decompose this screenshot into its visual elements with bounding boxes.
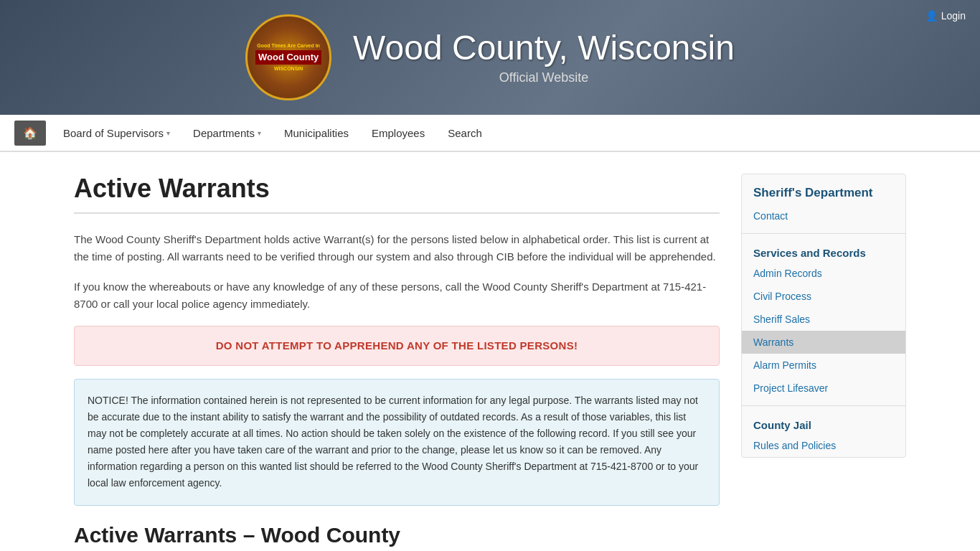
sidebar-divider: [742, 233, 905, 234]
logo-state-text: WISCONSIN: [255, 66, 321, 72]
nav-employees[interactable]: Employees: [360, 115, 436, 151]
main-nav: 🏠 Board of Supervisors ▾ Departments ▾ M…: [0, 115, 980, 152]
section-heading: Active Warrants – Wood County: [74, 523, 720, 547]
nav-label: Municipalities: [284, 127, 349, 139]
logo-top-text: Good Times Are Carved In: [255, 43, 321, 49]
sidebar-dept-title: Sheriff's Department: [742, 174, 905, 204]
main-container: Active Warrants The Wood County Sheriff'…: [60, 152, 920, 551]
header-content: Good Times Are Carved In Wood County WIS…: [245, 14, 735, 100]
paragraph-1: The Wood County Sheriff's Department hol…: [74, 231, 720, 265]
sidebar-civil-process[interactable]: Civil Process: [742, 285, 905, 308]
logo-inner: Good Times Are Carved In Wood County WIS…: [255, 43, 321, 72]
login-label: Login: [941, 10, 966, 22]
sidebar-admin-records[interactable]: Admin Records: [742, 262, 905, 285]
sidebar-rules-policies[interactable]: Rules and Policies: [742, 434, 905, 457]
sidebar-county-jail-title: County Jail: [742, 412, 905, 434]
login-link[interactable]: 👤 Login: [925, 10, 966, 22]
header-text: Wood County, Wisconsin Official Website: [353, 29, 735, 85]
user-icon: 👤: [925, 10, 938, 22]
nav-label: Board of Supervisors: [63, 127, 164, 139]
sidebar-alarm-permits[interactable]: Alarm Permits: [742, 354, 905, 377]
site-subtitle: Official Website: [353, 70, 735, 85]
warning-text: DO NOT ATTEMPT TO APPREHEND ANY OF THE L…: [216, 339, 578, 352]
warning-box: DO NOT ATTEMPT TO APPREHEND ANY OF THE L…: [74, 326, 720, 366]
sidebar: Sheriff's Department Contact Services an…: [741, 174, 906, 547]
sidebar-warrants[interactable]: Warrants: [742, 331, 905, 354]
nav-board-of-supervisors[interactable]: Board of Supervisors ▾: [52, 115, 182, 151]
sidebar-divider-2: [742, 405, 905, 406]
nav-departments[interactable]: Departments ▾: [182, 115, 273, 151]
site-title: Wood County, Wisconsin: [353, 29, 735, 67]
nav-search[interactable]: Search: [436, 115, 494, 151]
logo-main-text: Wood County: [255, 50, 321, 65]
sidebar-sheriff-sales[interactable]: Sheriff Sales: [742, 308, 905, 331]
nav-label: Departments: [193, 127, 255, 139]
sidebar-panel: Sheriff's Department Contact Services an…: [741, 174, 906, 458]
sidebar-services-title: Services and Records: [742, 240, 905, 262]
logo: Good Times Are Carved In Wood County WIS…: [245, 14, 331, 100]
sidebar-contact-link[interactable]: Contact: [742, 204, 905, 227]
chevron-down-icon: ▾: [166, 129, 170, 137]
sidebar-project-lifesaver[interactable]: Project Lifesaver: [742, 377, 905, 400]
notice-text: NOTICE! The information contained herein…: [88, 392, 706, 492]
page-title: Active Warrants: [74, 174, 720, 214]
home-button[interactable]: 🏠: [14, 121, 46, 146]
chevron-down-icon: ▾: [258, 129, 261, 137]
paragraph-2: If you know the whereabouts or have any …: [74, 278, 720, 313]
notice-box: NOTICE! The information contained herein…: [74, 379, 720, 506]
nav-label: Search: [448, 127, 482, 139]
nav-municipalities[interactable]: Municipalities: [273, 115, 360, 151]
content-area: Active Warrants The Wood County Sheriff'…: [74, 174, 720, 547]
nav-label: Employees: [372, 127, 425, 139]
site-header: 👤 Login Good Times Are Carved In Wood Co…: [0, 0, 980, 115]
